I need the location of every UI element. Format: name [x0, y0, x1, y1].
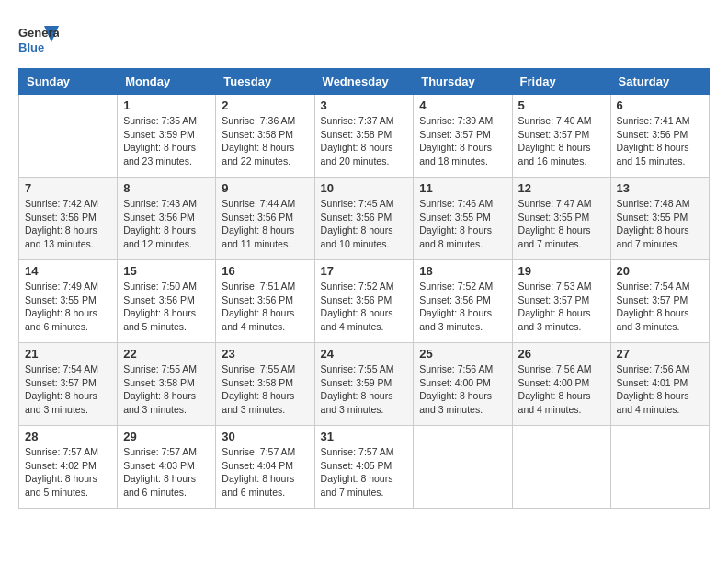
day-number: 1	[123, 98, 210, 112]
calendar-cell	[512, 426, 610, 509]
calendar-cell: 21Sunrise: 7:54 AM Sunset: 3:57 PM Dayli…	[19, 343, 118, 426]
day-info: Sunrise: 7:42 AM Sunset: 3:56 PM Dayligh…	[25, 197, 111, 251]
day-info: Sunrise: 7:51 AM Sunset: 3:56 PM Dayligh…	[222, 280, 308, 334]
calendar-cell: 20Sunrise: 7:54 AM Sunset: 3:57 PM Dayli…	[610, 260, 709, 343]
day-number: 14	[25, 264, 111, 278]
calendar-cell: 30Sunrise: 7:57 AM Sunset: 4:04 PM Dayli…	[216, 426, 314, 509]
day-number: 25	[419, 347, 506, 361]
day-number: 29	[123, 430, 210, 443]
logo: GeneralBlue	[18, 18, 59, 59]
day-info: Sunrise: 7:56 AM Sunset: 4:01 PM Dayligh…	[617, 362, 703, 417]
calendar-cell	[414, 426, 512, 509]
day-number: 23	[222, 347, 308, 361]
day-info: Sunrise: 7:56 AM Sunset: 4:00 PM Dayligh…	[419, 362, 506, 417]
calendar-cell: 23Sunrise: 7:55 AM Sunset: 3:58 PM Dayli…	[216, 343, 314, 426]
column-header-wednesday: Wednesday	[314, 69, 414, 95]
calendar-cell: 4Sunrise: 7:39 AM Sunset: 3:57 PM Daylig…	[414, 95, 512, 178]
column-header-saturday: Saturday	[610, 69, 709, 95]
day-number: 18	[419, 264, 506, 278]
calendar-table: SundayMondayTuesdayWednesdayThursdayFrid…	[18, 68, 710, 509]
day-number: 28	[25, 430, 111, 443]
page-header: GeneralBlue	[18, 18, 710, 59]
calendar-cell: 27Sunrise: 7:56 AM Sunset: 4:01 PM Dayli…	[610, 343, 709, 426]
day-info: Sunrise: 7:52 AM Sunset: 3:56 PM Dayligh…	[321, 280, 408, 334]
day-info: Sunrise: 7:41 AM Sunset: 3:56 PM Dayligh…	[617, 114, 703, 168]
day-info: Sunrise: 7:55 AM Sunset: 3:58 PM Dayligh…	[123, 362, 210, 417]
week-row: 1Sunrise: 7:35 AM Sunset: 3:59 PM Daylig…	[19, 95, 710, 178]
svg-text:Blue: Blue	[18, 40, 44, 54]
day-info: Sunrise: 7:56 AM Sunset: 4:00 PM Dayligh…	[518, 362, 605, 417]
week-row: 7Sunrise: 7:42 AM Sunset: 3:56 PM Daylig…	[19, 178, 710, 260]
calendar-cell	[19, 95, 118, 178]
day-number: 4	[419, 98, 506, 112]
svg-text:General: General	[18, 26, 59, 40]
day-number: 15	[123, 264, 210, 278]
day-number: 3	[321, 98, 408, 112]
day-number: 30	[222, 430, 308, 443]
column-header-friday: Friday	[512, 69, 610, 95]
day-info: Sunrise: 7:55 AM Sunset: 3:59 PM Dayligh…	[321, 362, 408, 417]
column-header-tuesday: Tuesday	[216, 69, 314, 95]
day-number: 21	[25, 347, 111, 361]
calendar-cell: 18Sunrise: 7:52 AM Sunset: 3:56 PM Dayli…	[414, 260, 512, 343]
calendar-cell: 29Sunrise: 7:57 AM Sunset: 4:03 PM Dayli…	[118, 426, 216, 509]
column-header-monday: Monday	[118, 69, 216, 95]
day-info: Sunrise: 7:57 AM Sunset: 4:02 PM Dayligh…	[25, 445, 111, 500]
day-info: Sunrise: 7:40 AM Sunset: 3:57 PM Dayligh…	[518, 114, 605, 168]
day-number: 22	[123, 347, 210, 361]
day-info: Sunrise: 7:39 AM Sunset: 3:57 PM Dayligh…	[419, 114, 506, 168]
day-info: Sunrise: 7:54 AM Sunset: 3:57 PM Dayligh…	[617, 280, 703, 334]
calendar-cell: 2Sunrise: 7:36 AM Sunset: 3:58 PM Daylig…	[216, 95, 314, 178]
logo-icon: GeneralBlue	[18, 18, 59, 59]
day-info: Sunrise: 7:43 AM Sunset: 3:56 PM Dayligh…	[123, 197, 210, 251]
day-info: Sunrise: 7:46 AM Sunset: 3:55 PM Dayligh…	[419, 197, 506, 251]
calendar-cell: 13Sunrise: 7:48 AM Sunset: 3:55 PM Dayli…	[610, 178, 709, 260]
calendar-cell: 25Sunrise: 7:56 AM Sunset: 4:00 PM Dayli…	[414, 343, 512, 426]
day-number: 27	[617, 347, 703, 361]
day-number: 13	[617, 181, 703, 195]
day-number: 6	[617, 98, 703, 112]
week-row: 14Sunrise: 7:49 AM Sunset: 3:55 PM Dayli…	[19, 260, 710, 343]
calendar-cell: 22Sunrise: 7:55 AM Sunset: 3:58 PM Dayli…	[118, 343, 216, 426]
day-info: Sunrise: 7:53 AM Sunset: 3:57 PM Dayligh…	[518, 280, 605, 334]
calendar-cell: 24Sunrise: 7:55 AM Sunset: 3:59 PM Dayli…	[314, 343, 414, 426]
calendar-cell: 15Sunrise: 7:50 AM Sunset: 3:56 PM Dayli…	[118, 260, 216, 343]
day-number: 8	[123, 181, 210, 195]
calendar-cell: 17Sunrise: 7:52 AM Sunset: 3:56 PM Dayli…	[314, 260, 414, 343]
calendar-cell: 9Sunrise: 7:44 AM Sunset: 3:56 PM Daylig…	[216, 178, 314, 260]
day-number: 5	[518, 98, 605, 112]
week-row: 21Sunrise: 7:54 AM Sunset: 3:57 PM Dayli…	[19, 343, 710, 426]
day-info: Sunrise: 7:49 AM Sunset: 3:55 PM Dayligh…	[25, 280, 111, 334]
day-number: 9	[222, 181, 308, 195]
day-info: Sunrise: 7:37 AM Sunset: 3:58 PM Dayligh…	[321, 114, 408, 168]
calendar-cell: 6Sunrise: 7:41 AM Sunset: 3:56 PM Daylig…	[610, 95, 709, 178]
day-number: 19	[518, 264, 605, 278]
calendar-cell	[610, 426, 709, 509]
day-info: Sunrise: 7:52 AM Sunset: 3:56 PM Dayligh…	[419, 280, 506, 334]
calendar-cell: 12Sunrise: 7:47 AM Sunset: 3:55 PM Dayli…	[512, 178, 610, 260]
day-info: Sunrise: 7:48 AM Sunset: 3:55 PM Dayligh…	[617, 197, 703, 251]
day-number: 7	[25, 181, 111, 195]
day-info: Sunrise: 7:57 AM Sunset: 4:03 PM Dayligh…	[123, 445, 210, 500]
calendar-cell: 8Sunrise: 7:43 AM Sunset: 3:56 PM Daylig…	[118, 178, 216, 260]
day-info: Sunrise: 7:47 AM Sunset: 3:55 PM Dayligh…	[518, 197, 605, 251]
column-header-thursday: Thursday	[414, 69, 512, 95]
header-row: SundayMondayTuesdayWednesdayThursdayFrid…	[19, 69, 710, 95]
day-number: 26	[518, 347, 605, 361]
day-info: Sunrise: 7:44 AM Sunset: 3:56 PM Dayligh…	[222, 197, 308, 251]
day-info: Sunrise: 7:36 AM Sunset: 3:58 PM Dayligh…	[222, 114, 308, 168]
day-info: Sunrise: 7:50 AM Sunset: 3:56 PM Dayligh…	[123, 280, 210, 334]
calendar-cell: 1Sunrise: 7:35 AM Sunset: 3:59 PM Daylig…	[118, 95, 216, 178]
day-info: Sunrise: 7:35 AM Sunset: 3:59 PM Dayligh…	[123, 114, 210, 168]
calendar-cell: 11Sunrise: 7:46 AM Sunset: 3:55 PM Dayli…	[414, 178, 512, 260]
calendar-cell: 19Sunrise: 7:53 AM Sunset: 3:57 PM Dayli…	[512, 260, 610, 343]
day-info: Sunrise: 7:45 AM Sunset: 3:56 PM Dayligh…	[321, 197, 408, 251]
day-info: Sunrise: 7:57 AM Sunset: 4:05 PM Dayligh…	[321, 445, 408, 500]
calendar-cell: 10Sunrise: 7:45 AM Sunset: 3:56 PM Dayli…	[314, 178, 414, 260]
calendar-cell: 31Sunrise: 7:57 AM Sunset: 4:05 PM Dayli…	[314, 426, 414, 509]
day-number: 20	[617, 264, 703, 278]
calendar-cell: 26Sunrise: 7:56 AM Sunset: 4:00 PM Dayli…	[512, 343, 610, 426]
calendar-cell: 14Sunrise: 7:49 AM Sunset: 3:55 PM Dayli…	[19, 260, 118, 343]
calendar-cell: 28Sunrise: 7:57 AM Sunset: 4:02 PM Dayli…	[19, 426, 118, 509]
day-number: 16	[222, 264, 308, 278]
